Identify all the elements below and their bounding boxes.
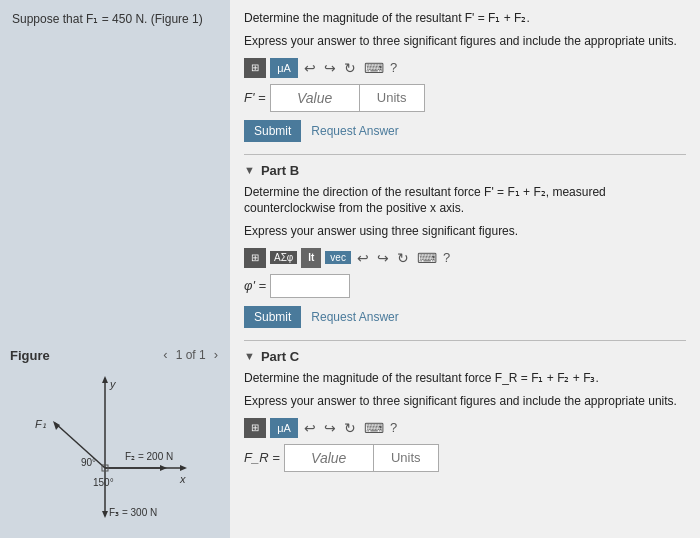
part-c-units-input[interactable]: [374, 444, 439, 472]
diagram-svg: y x F₁ F₂ = 200 N F₃ = 300 N 90°: [25, 368, 205, 528]
redo-button[interactable]: ↪: [322, 60, 338, 76]
part-b-label: Part B: [261, 163, 299, 178]
part-b-request-link[interactable]: Request Answer: [311, 310, 398, 324]
mu-button[interactable]: μA: [270, 58, 298, 78]
suppose-text: Suppose that F₁ = 450 N. (Figure 1): [12, 12, 218, 26]
part-b-redo-button[interactable]: ↪: [375, 250, 391, 266]
part-b-section: ▼ Part B Determine the direction of the …: [244, 163, 686, 328]
svg-line-6: [55, 423, 105, 468]
grid-icon[interactable]: ⊞: [244, 58, 266, 78]
refresh-button[interactable]: ↻: [342, 60, 358, 76]
it-button[interactable]: It: [301, 248, 321, 268]
svg-text:F₂ = 200 N: F₂ = 200 N: [125, 451, 173, 462]
svg-text:F₁: F₁: [35, 418, 46, 430]
part-b-grid-icon[interactable]: ⊞: [244, 248, 266, 268]
figure-label: Figure: [10, 348, 50, 363]
part-a-toolbar: ⊞ μA ↩ ↪ ↻ ⌨ ?: [244, 58, 686, 78]
part-b-header: ▼ Part B: [244, 163, 686, 178]
divider-ab: [244, 154, 686, 155]
part-c-value-input[interactable]: [284, 444, 374, 472]
svg-text:150°: 150°: [93, 477, 114, 488]
svg-text:y: y: [109, 378, 117, 390]
part-b-refresh-button[interactable]: ↻: [395, 250, 411, 266]
right-panel: Determine the magnitude of the resultant…: [230, 0, 700, 538]
divider-bc: [244, 340, 686, 341]
part-c-input-label: F_R =: [244, 450, 280, 465]
part-a-request-link[interactable]: Request Answer: [311, 124, 398, 138]
part-a-submit-button[interactable]: Submit: [244, 120, 301, 142]
part-b-problem: Determine the direction of the resultant…: [244, 184, 686, 218]
svg-text:90°: 90°: [81, 457, 96, 468]
keyboard-button[interactable]: ⌨: [362, 60, 386, 76]
part-c-undo-button[interactable]: ↩: [302, 420, 318, 436]
vec-button[interactable]: vec: [325, 251, 351, 264]
part-a-section: Determine the magnitude of the resultant…: [244, 10, 686, 142]
part-c-refresh-button[interactable]: ↻: [342, 420, 358, 436]
part-b-undo-button[interactable]: ↩: [355, 250, 371, 266]
part-b-toolbar: ⊞ AΣφ It vec ↩ ↪ ↻ ⌨ ?: [244, 248, 686, 268]
part-c-arrow[interactable]: ▼: [244, 350, 255, 362]
part-c-problem: Determine the magnitude of the resultant…: [244, 370, 686, 387]
part-c-help-button[interactable]: ?: [390, 420, 397, 435]
part-c-toolbar: ⊞ μA ↩ ↪ ↻ ⌨ ?: [244, 418, 686, 438]
part-c-keyboard-button[interactable]: ⌨: [362, 420, 386, 436]
part-c-mu-button[interactable]: μA: [270, 418, 298, 438]
svg-marker-1: [102, 376, 108, 383]
help-button[interactable]: ?: [390, 60, 397, 75]
part-c-subtext: Express your answer to three significant…: [244, 393, 686, 410]
svg-marker-10: [160, 465, 167, 471]
part-c-input-row: F_R =: [244, 444, 686, 472]
part-c-redo-button[interactable]: ↪: [322, 420, 338, 436]
part-c-header: ▼ Part C: [244, 349, 686, 364]
figure-nav: ‹ 1 of 1 ›: [161, 347, 220, 362]
undo-button[interactable]: ↩: [302, 60, 318, 76]
part-a-input-row: F' =: [244, 84, 686, 112]
prev-figure-button[interactable]: ‹: [161, 347, 169, 362]
phi-row: φ' =: [244, 274, 686, 298]
part-c-section: ▼ Part C Determine the magnitude of the …: [244, 349, 686, 472]
part-a-problem: Determine the magnitude of the resultant…: [244, 10, 686, 27]
phi-label: φ' =: [244, 278, 266, 293]
left-panel: Suppose that F₁ = 450 N. (Figure 1) Figu…: [0, 0, 230, 538]
part-b-keyboard-button[interactable]: ⌨: [415, 250, 439, 266]
part-a-input-label: F' =: [244, 90, 266, 105]
svg-marker-7: [53, 421, 60, 430]
svg-text:F₃ = 300 N: F₃ = 300 N: [109, 507, 157, 518]
part-b-btn-row: Submit Request Answer: [244, 306, 686, 328]
part-a-value-input[interactable]: [270, 84, 360, 112]
next-figure-button[interactable]: ›: [212, 347, 220, 362]
part-b-arrow[interactable]: ▼: [244, 164, 255, 176]
part-b-subtext: Express your answer using three signific…: [244, 223, 686, 240]
part-a-btn-row: Submit Request Answer: [244, 120, 686, 142]
figure-area: Figure ‹ 1 of 1 › y x F₁: [0, 347, 230, 528]
part-a-subtext: Express your answer to three significant…: [244, 33, 686, 50]
diagram-container: y x F₁ F₂ = 200 N F₃ = 300 N 90°: [25, 368, 205, 528]
asf-button[interactable]: AΣφ: [270, 251, 297, 264]
svg-marker-4: [180, 465, 187, 471]
part-a-units-input[interactable]: [360, 84, 425, 112]
svg-marker-13: [102, 511, 108, 518]
part-b-help-button[interactable]: ?: [443, 250, 450, 265]
svg-text:x: x: [179, 473, 186, 485]
phi-input[interactable]: [270, 274, 350, 298]
part-b-submit-button[interactable]: Submit: [244, 306, 301, 328]
figure-count: 1 of 1: [176, 348, 206, 362]
part-c-grid-icon[interactable]: ⊞: [244, 418, 266, 438]
part-c-label: Part C: [261, 349, 299, 364]
